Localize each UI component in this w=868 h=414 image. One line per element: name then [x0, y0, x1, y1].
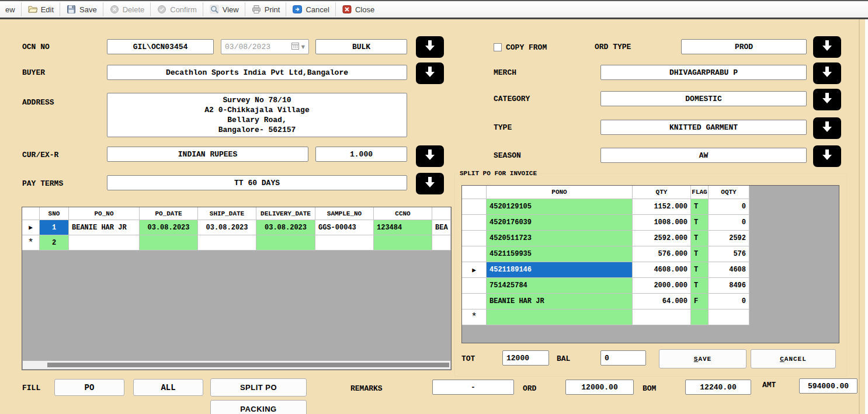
bulk-input[interactable]: BULK [315, 39, 407, 54]
split-po-grid-cell-selector[interactable] [462, 231, 487, 246]
ord-type-dropdown-button[interactable] [813, 36, 841, 58]
po-grid-cell-po_no[interactable]: BEANIE HAR JR [69, 220, 140, 235]
buyer-input[interactable]: Decathlon Sports India Pvt Ltd,Bangalore [107, 65, 407, 80]
po-grid-cell-selector[interactable]: * [22, 235, 40, 251]
po-grid-cell-extra[interactable]: BEA [432, 220, 451, 235]
season-dropdown-button[interactable] [813, 145, 841, 167]
ocn-no-input[interactable]: GIL\OCN03454 [107, 39, 214, 54]
split-po-grid-cell-flag[interactable]: T [691, 199, 709, 215]
po-grid-header-sample_no[interactable]: SAMPLE_NO [315, 207, 374, 220]
category-input[interactable]: DOMESTIC [600, 91, 807, 106]
type-dropdown-button[interactable] [813, 117, 841, 139]
split-po-grid-cell-flag[interactable]: F [691, 294, 709, 309]
buyer-dropdown-button[interactable] [416, 62, 444, 84]
tot-input[interactable]: 12000 [502, 350, 549, 366]
po-grid-cell-sample_no[interactable] [315, 235, 374, 251]
po-grid-header-po_date[interactable]: PO_DATE [140, 207, 198, 220]
type-input[interactable]: KNITTED GARMENT [600, 120, 807, 135]
address-input[interactable]: Survey No 78/10 A2 0-Chikkajala Village … [107, 93, 407, 137]
split-po-grid-cell-qty[interactable]: 64.000 [633, 294, 691, 309]
split-po-grid-cell-qty[interactable]: 4608.000 [633, 262, 691, 278]
po-grid-cell-sno[interactable]: 2 [40, 235, 69, 251]
split-po-grid-cell-selector[interactable] [462, 246, 487, 262]
bal-input[interactable]: 0 [600, 350, 646, 366]
all-button[interactable]: ALL [133, 379, 203, 396]
split-po-grid-cell-pono[interactable]: 751425784 [487, 278, 633, 294]
split-po-grid-header-oqty[interactable]: OQTY [709, 186, 749, 199]
po-grid-cell-ship_date[interactable] [198, 235, 256, 251]
season-input[interactable]: AW [600, 148, 807, 163]
po-grid-header-ccno[interactable]: CCNO [374, 207, 432, 220]
delete-button[interactable]: Delete [104, 2, 150, 17]
split-po-grid-cell-qty[interactable]: 1152.000 [633, 199, 691, 215]
split-po-grid-cell-oqty[interactable]: 2592 [709, 231, 749, 246]
po-grid-cell-po_date[interactable]: 03.08.2023 [140, 220, 198, 235]
print-button[interactable]: Print [246, 2, 286, 17]
split-po-grid-cell-selector[interactable] [462, 278, 487, 294]
copy-from-checkbox[interactable] [494, 43, 502, 51]
ord-type-input[interactable]: PROD [681, 39, 807, 54]
currency-dropdown-button[interactable] [416, 145, 444, 167]
po-grid-cell-delivery_date[interactable]: 03.08.2023 [256, 220, 315, 235]
split-po-grid-cell-oqty[interactable]: 576 [709, 246, 749, 262]
po-grid-header-sno[interactable]: SNO [40, 207, 69, 220]
po-grid-header-delivery_date[interactable]: DELIVERY_DATE [256, 207, 315, 220]
chevron-down-icon[interactable]: ▼ [301, 44, 305, 50]
split-po-grid-cell-pono[interactable]: 4521189146 [487, 262, 633, 278]
po-grid-header-po_no[interactable]: PO_NO [69, 207, 140, 220]
cancel-button[interactable]: Cancel [287, 2, 334, 17]
split-po-grid-cell-oqty[interactable]: 0 [709, 199, 749, 215]
split-po-grid-cell-qty[interactable]: 576.000 [633, 246, 691, 262]
split-po-grid-cell-selector[interactable] [462, 199, 487, 215]
split-po-grid-cell-qty[interactable]: 2592.000 [633, 231, 691, 246]
confirm-button[interactable]: Confirm [151, 2, 202, 17]
pay-terms-input[interactable]: TT 60 DAYS [107, 175, 407, 190]
cancel-button[interactable]: CANCEL [751, 349, 836, 368]
amt-input[interactable]: 594000.00 [799, 378, 857, 394]
split-po-grid-cell-selector[interactable]: * [462, 309, 487, 325]
split-po-grid-cell-flag[interactable]: T [691, 215, 709, 231]
split-po-grid-cell-pono[interactable]: 4521159935 [487, 246, 633, 262]
view-button[interactable]: View [204, 2, 244, 17]
po-grid-cell-ccno[interactable] [374, 235, 432, 251]
scrollbar-thumb[interactable] [47, 363, 449, 367]
split-po-grid-cell-selector[interactable] [462, 294, 487, 309]
ord-input[interactable]: 12000.00 [565, 380, 634, 395]
ocn-date-picker[interactable]: 03/08/2023 ▼ [221, 39, 309, 54]
split-po-grid-cell-oqty[interactable]: 4608 [709, 262, 749, 278]
split-po-grid-cell-pono[interactable] [487, 309, 633, 325]
po-grid-cell-sample_no[interactable]: GGS-00043 [315, 220, 374, 235]
split-po-grid-cell-oqty[interactable]: 8496 [709, 278, 749, 294]
po-button[interactable]: PO [54, 379, 124, 396]
category-dropdown-button[interactable] [813, 89, 841, 110]
merch-input[interactable]: DHIVAGARPRABU P [600, 65, 807, 80]
po-grid-header-selector[interactable] [22, 207, 40, 220]
close-button[interactable]: Close [336, 2, 380, 17]
new-button[interactable]: ew [0, 2, 20, 17]
po-grid-cell-delivery_date[interactable] [256, 235, 315, 251]
split-po-grid-cell-pono[interactable]: 4520511723 [487, 231, 633, 246]
split-po-grid-header-qty[interactable]: QTY [633, 186, 691, 199]
split-po-grid-header-selector[interactable] [462, 186, 487, 199]
po-grid-header-ship_date[interactable]: SHIP_DATE [198, 207, 256, 220]
split-po-grid-cell-flag[interactable]: T [691, 262, 709, 278]
save-button[interactable]: SAVE [659, 349, 747, 368]
split-po-grid-cell-qty[interactable] [633, 309, 691, 325]
packing-button[interactable]: PACKING [210, 400, 307, 414]
calendar-icon[interactable] [291, 42, 299, 52]
po-grid-hscrollbar[interactable] [23, 361, 450, 369]
po-grid-cell-ship_date[interactable]: 03.08.2023 [198, 220, 256, 235]
split-po-grid-cell-pono[interactable]: BEANIE HAR JR [487, 294, 633, 309]
pay-terms-dropdown-button[interactable] [416, 173, 444, 194]
split-po-grid-cell-pono[interactable]: 4520176039 [487, 215, 633, 231]
currency-input[interactable]: INDIAN RUPEES [107, 147, 308, 162]
po-grid-cell-po_date[interactable] [140, 235, 198, 251]
split-po-grid-cell-selector[interactable] [462, 215, 487, 231]
po-grid-cell-ccno[interactable]: 123484 [374, 220, 432, 235]
po-grid-cell-po_no[interactable] [69, 235, 140, 251]
split-po-grid-header-pono[interactable]: PONO [487, 186, 633, 199]
edit-button[interactable]: Edit [22, 2, 59, 17]
merch-dropdown-button[interactable] [813, 62, 841, 84]
split-po-grid-cell-flag[interactable]: T [691, 246, 709, 262]
split-po-grid-cell-qty[interactable]: 2000.000 [633, 278, 691, 294]
